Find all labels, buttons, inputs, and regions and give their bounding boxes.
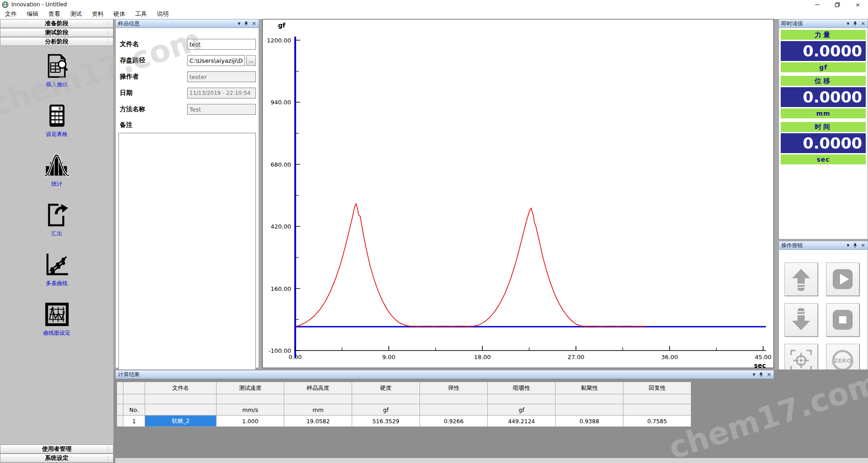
col-cohesiveness[interactable]: 黏聚性 [556, 382, 623, 394]
stop-icon [831, 308, 854, 332]
pin-icon[interactable] [853, 243, 857, 248]
close-icon: × [855, 1, 860, 8]
window-title: Innovation - Untitled [11, 1, 67, 8]
stop-button[interactable] [826, 303, 859, 337]
results-header: 计算结果 ▼ × [115, 370, 774, 379]
close-button[interactable]: × [848, 0, 868, 9]
pin-icon[interactable] [853, 21, 857, 26]
jog-up-button[interactable] [784, 262, 818, 296]
sample-info-body: 文件名 test 存盘路径 C:\Users\aiyaziji\D ... 操作… [115, 28, 259, 368]
close-icon[interactable]: × [861, 21, 865, 26]
unit-cell: gf [352, 404, 420, 416]
tool-curve-settings[interactable]: 曲线图设定 [0, 295, 113, 345]
unit-cell [420, 404, 488, 416]
title-bar: Innovation - Untitled × [0, 0, 868, 9]
panel-title: 样品信息 [118, 20, 140, 28]
svg-text:18.00: 18.00 [474, 354, 491, 360]
menu-tools[interactable]: 工具 [130, 9, 152, 19]
force-value: 0.0000 [781, 41, 866, 61]
browse-button[interactable]: ... [246, 55, 256, 66]
tool-statistics[interactable]: 统计 [0, 146, 113, 196]
close-icon[interactable]: × [767, 372, 771, 377]
svg-text:sec: sec [754, 362, 766, 369]
col-chewiness[interactable]: 咀嚼性 [488, 382, 556, 394]
col-filename[interactable]: 文件名 [145, 382, 217, 394]
tool-insert-curve[interactable]: 插入曲线 [0, 47, 113, 97]
minimize-button[interactable] [807, 0, 827, 9]
menu-test[interactable]: 测试 [65, 9, 87, 19]
force-unit: gf [781, 62, 866, 72]
tool-set-table[interactable]: 0 设定表格 [0, 97, 113, 146]
unit-cell [556, 404, 623, 416]
cell-cohesiveness[interactable]: 0.9388 [556, 416, 623, 427]
sidebar-item-analysis-stage[interactable]: 分析阶段 ⋮ [0, 37, 113, 46]
col-hardness[interactable]: 硬度 [352, 382, 420, 394]
svg-text:27.00: 27.00 [567, 354, 584, 360]
svg-text:420.00: 420.00 [271, 223, 292, 230]
filename-label: 文件名 [120, 40, 139, 48]
tool-label: 曲线图设定 [43, 329, 71, 337]
arrow-up-icon [789, 267, 813, 291]
cell-springiness[interactable]: 0.9266 [420, 416, 488, 427]
row-filename-selected[interactable]: 软糖_2 [145, 416, 217, 427]
displacement-unit: mm [781, 108, 866, 118]
chevron-down-icon[interactable]: ▼ [847, 243, 849, 248]
grip-icon: ⋮ [106, 455, 111, 461]
col-springiness[interactable]: 弹性 [420, 382, 488, 394]
menu-help[interactable]: 说明 [152, 9, 174, 19]
table-row[interactable]: 1 软糖_2 1.000 19.0582 516.3529 0.9266 449… [117, 416, 691, 427]
tool-multi-curve[interactable]: 多条曲线 [0, 246, 113, 295]
menu-view[interactable]: 查看 [43, 9, 65, 19]
target-icon [789, 349, 813, 372]
cell-chewiness[interactable]: 449.2124 [488, 416, 556, 427]
panel-title: 操作按钮 [781, 242, 803, 249]
force-time-chart[interactable]: gf1200.00940.00680.00420.00160.00-100.00… [262, 19, 774, 368]
results-units-row: No. mm/s mm gf gf [117, 404, 691, 416]
cell-hardness[interactable]: 516.3529 [352, 416, 420, 427]
curve-settings-icon [44, 302, 70, 327]
col-test-speed[interactable]: 测试速度 [217, 382, 284, 394]
operation-buttons-body: ZERO [778, 250, 868, 382]
notes-textarea[interactable] [118, 133, 256, 371]
menu-data[interactable]: 资料 [87, 9, 108, 19]
chevron-down-icon[interactable]: ▼ [753, 373, 755, 377]
bottom-strip [115, 458, 868, 463]
run-button[interactable] [826, 262, 859, 296]
svg-text:36.00: 36.00 [661, 354, 678, 360]
menu-file[interactable]: 文件 [0, 9, 22, 19]
no-header: No. [123, 404, 145, 416]
tool-label: 多条曲线 [46, 280, 68, 287]
grip-icon: ⋮ [106, 446, 111, 452]
close-icon[interactable]: × [252, 21, 256, 26]
save-path-value: C:\Users\aiyaziji\D [189, 57, 243, 64]
cell-sample-height[interactable]: 19.0582 [284, 416, 352, 427]
operation-buttons-header: 操作按钮 ▼ × [778, 241, 868, 250]
menu-edit[interactable]: 编辑 [22, 9, 43, 19]
cell-resilience[interactable]: 0.7585 [623, 416, 691, 427]
sidebar-item-system-settings[interactable]: 系统设定 ⋮ [0, 454, 113, 463]
pin-icon[interactable] [759, 372, 763, 377]
svg-text:9.00: 9.00 [382, 354, 396, 360]
time-label: 时间 [781, 122, 866, 132]
date-label: 日期 [120, 89, 132, 97]
menu-hardware[interactable]: 硬体 [108, 9, 130, 19]
save-path-field[interactable]: C:\Users\aiyaziji\D [187, 55, 245, 66]
col-sample-height[interactable]: 样品高度 [284, 382, 352, 394]
chevron-down-icon[interactable]: ▼ [238, 22, 241, 26]
col-resilience[interactable]: 回复性 [623, 382, 691, 394]
tool-export[interactable]: 汇出 [0, 196, 113, 246]
chart-canvas: gf1200.00940.00680.00420.00160.00-100.00… [263, 19, 774, 368]
cell-test-speed[interactable]: 1.000 [217, 416, 284, 427]
jog-down-button[interactable] [784, 303, 818, 337]
panel-title: 即时读值 [781, 20, 803, 28]
displacement-value: 0.0000 [781, 87, 866, 107]
application-window: Innovation - Untitled × 文件 编辑 查看 测试 资料 硬… [0, 0, 868, 463]
chevron-down-icon[interactable]: ▼ [847, 22, 849, 26]
sidebar-item-prepare-stage[interactable]: 准备阶段 ⋮ [0, 19, 113, 28]
restore-button[interactable] [827, 0, 848, 9]
close-icon[interactable]: × [861, 243, 865, 248]
sidebar-item-user-management[interactable]: 使用者管理 ⋮ [0, 444, 113, 454]
filename-field[interactable]: test [187, 39, 256, 50]
pin-icon[interactable] [244, 21, 248, 26]
sidebar-item-test-stage[interactable]: 测试阶段 ⋮ [0, 28, 113, 37]
